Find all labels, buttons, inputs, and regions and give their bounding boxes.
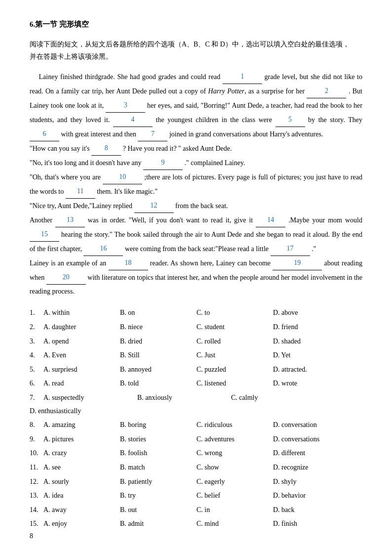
blank-10: 10: [103, 170, 142, 184]
option-row-5: 5. A. surpriesd B. annoyed C. puzzled D.…: [30, 363, 362, 377]
option-row-10: 10. A. crazy B. foolish C. wrong D. diff…: [30, 447, 362, 460]
option-row-6: 6. A. read B. told C. listened D. wrote: [30, 377, 362, 390]
blank-9: 9: [143, 156, 183, 170]
instructions: 阅读下面的短文，从短文后各题所给的四个选项（A、B、C 和 D）中，选出可以填入…: [30, 38, 362, 63]
passage: Lainey finished thirdgrade. She had good…: [30, 70, 362, 299]
blank-11: 11: [66, 184, 95, 199]
blank-8: 8: [91, 141, 121, 156]
blank-17: 17: [271, 242, 310, 256]
options-section: 1. A. within B. on C. to D. above 2. A. …: [30, 306, 362, 531]
option-row-12: 12. A. sourly B. patiently C. eagerly D.…: [30, 475, 362, 489]
blank-18: 18: [109, 256, 148, 270]
blank-16: 16: [83, 242, 123, 256]
option-row-14: 14. A. away B. out C. in D. back: [30, 504, 362, 517]
instruction-line2: 并在答题卡上将该项涂黑。: [30, 53, 113, 60]
option-row-4: 4. A. Even B. Still C. Just D. Yet: [30, 349, 362, 362]
blank-6: 6: [30, 127, 59, 141]
blank-2: 2: [307, 84, 346, 98]
option-row-1: 1. A. within B. on C. to D. above: [30, 306, 362, 320]
blank-15: 15: [30, 227, 59, 242]
option-row-2: 2. A. daughter B. niece C. student D. fr…: [30, 321, 362, 334]
instruction-line1: 阅读下面的短文，从短文后各题所给的四个选项（A、B、C 和 D）中，选出可以填入…: [30, 41, 350, 48]
option-row-11: 11. A. see B. match C. show D. recognize: [30, 461, 362, 474]
blank-5: 5: [275, 113, 305, 127]
blank-19: 19: [273, 256, 322, 270]
section-title: 6.第一节 完形填空: [30, 20, 362, 29]
blank-14: 14: [256, 213, 285, 227]
blank-13: 13: [55, 213, 85, 227]
blank-20: 20: [46, 270, 86, 285]
option-row-15: 15. A. enjoy B. admit C. mind D. finish: [30, 517, 362, 531]
page-number: 8: [30, 532, 33, 540]
option-row-3: 3. A. opend B. dried C. rolled D. shaded: [30, 335, 362, 348]
option-row-13: 13. A. idea B. try C. belief D. behavior: [30, 489, 362, 503]
option-row-9: 9. A. pictures B. stories C. adventures …: [30, 433, 362, 446]
blank-7: 7: [138, 127, 167, 141]
blank-4: 4: [113, 113, 153, 127]
blank-3: 3: [106, 98, 145, 113]
option-row-7: 7. A. suspectedly B. anxiously C. calmly…: [30, 391, 362, 418]
blank-12: 12: [134, 199, 174, 213]
blank-1: 1: [223, 70, 262, 84]
option-row-8: 8. A. amazing B. boring C. ridiculous D.…: [30, 419, 362, 432]
